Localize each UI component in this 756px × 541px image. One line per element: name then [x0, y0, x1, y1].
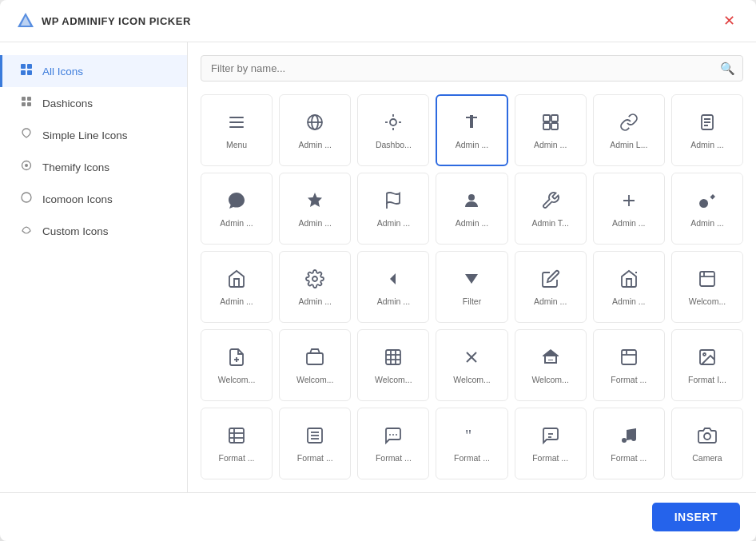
icon-item-4[interactable]: Admin ...	[436, 94, 507, 166]
icon-item-34[interactable]: Format ...	[593, 408, 665, 479]
search-input[interactable]	[201, 55, 743, 82]
icon-label-12: Admin T...	[520, 218, 581, 228]
sidebar-item-label: All Icons	[42, 66, 83, 78]
icon-item-18[interactable]: Filter	[436, 251, 507, 323]
icon-item-3[interactable]: Dashbo...	[357, 94, 429, 166]
icon-item-32[interactable]: "Format ...	[436, 408, 507, 479]
sidebar-item-all-icons[interactable]: All Icons	[0, 55, 187, 87]
svg-rect-45	[307, 353, 323, 364]
modal-header: WP ADMINIFY ICON PICKER ✕	[0, 0, 756, 42]
svg-rect-26	[543, 123, 550, 129]
icon-item-7[interactable]: Admin ...	[671, 94, 743, 166]
sidebar-item-icomoon-icons[interactable]: Icomoon Icons	[0, 183, 187, 215]
svg-rect-15	[229, 126, 244, 128]
svg-rect-46	[386, 350, 400, 364]
icon-item-30[interactable]: Format ...	[279, 408, 351, 479]
svg-rect-27	[551, 123, 558, 129]
svg-rect-8	[22, 102, 26, 106]
icon-item-26[interactable]: Welcom...	[515, 329, 587, 401]
icon-symbol-25	[462, 348, 481, 370]
icon-item-28[interactable]: Format I...	[671, 329, 743, 401]
svg-rect-5	[27, 70, 32, 75]
icon-item-9[interactable]: Admin ...	[279, 173, 351, 245]
icon-symbol-27	[619, 348, 639, 370]
icon-label-30: Format ...	[284, 453, 345, 463]
icon-item-17[interactable]: Admin ...	[357, 251, 429, 323]
icon-symbol-16	[305, 269, 324, 292]
icon-label-22: Welcom...	[206, 375, 267, 384]
icon-symbol-11	[462, 191, 481, 213]
icon-item-35[interactable]: Camera	[671, 408, 743, 479]
svg-rect-41	[700, 272, 714, 286]
sidebar-item-custom-icons[interactable]: Custom Icons	[0, 215, 187, 247]
svg-rect-3	[27, 64, 32, 69]
icon-label-29: Format ...	[206, 453, 267, 463]
sidebar-item-themify-icons[interactable]: Themify Icons	[0, 151, 187, 183]
icon-label-14: Admin ...	[677, 218, 738, 228]
dashicons-icon	[18, 95, 34, 111]
icon-symbol-4	[462, 113, 481, 135]
themify-icons-icon	[18, 159, 34, 175]
sidebar: All IconsDashiconsSimple Line IconsThemi…	[0, 42, 188, 492]
icon-label-9: Admin ...	[284, 218, 345, 228]
close-button[interactable]: ✕	[718, 12, 740, 30]
icon-label-11: Admin ...	[441, 218, 502, 228]
icon-symbol-12	[541, 191, 560, 213]
icon-item-11[interactable]: Admin ...	[436, 173, 507, 245]
icon-item-6[interactable]: Admin L...	[593, 94, 665, 166]
icon-item-27[interactable]: Format ...	[593, 329, 665, 401]
icon-symbol-28	[698, 348, 717, 370]
modal-title-wrap: WP ADMINIFY ICON PICKER	[16, 11, 191, 30]
icon-item-12[interactable]: Admin T...	[515, 173, 587, 245]
icon-label-26: Welcom...	[520, 375, 581, 384]
icon-item-29[interactable]: Format ...	[201, 408, 273, 479]
svg-rect-13	[229, 117, 244, 118]
svg-rect-4	[21, 70, 26, 75]
icon-item-2[interactable]: Admin ...	[279, 94, 351, 166]
icon-symbol-32: "	[462, 426, 481, 448]
icon-item-8[interactable]: Admin ...	[201, 173, 273, 245]
icon-item-13[interactable]: Admin ...	[593, 173, 665, 245]
icon-item-31[interactable]: Format ...	[357, 408, 429, 479]
icon-item-24[interactable]: Welcom...	[357, 329, 429, 401]
icon-item-5[interactable]: Admin ...	[515, 94, 587, 166]
icon-item-10[interactable]: Admin ...	[357, 173, 429, 245]
icon-item-15[interactable]: Admin ...	[201, 251, 273, 323]
sidebar-item-label: Icomoon Icons	[42, 193, 113, 205]
icon-symbol-24	[384, 348, 403, 370]
sidebar-item-dashicons[interactable]: Dashicons	[0, 87, 187, 119]
icon-symbol-23	[305, 348, 324, 370]
icon-symbol-9	[305, 191, 324, 213]
icon-label-5: Admin ...	[520, 140, 581, 149]
svg-point-73	[631, 436, 636, 441]
modal-footer: INSERT	[0, 492, 756, 541]
icon-label-10: Admin ...	[363, 218, 424, 228]
custom-icons-icon	[18, 223, 34, 239]
icon-item-14[interactable]: Admin ...	[671, 173, 743, 245]
icon-symbol-10	[384, 191, 403, 213]
icon-item-33[interactable]: Format ...	[515, 408, 587, 479]
icon-label-33: Format ...	[520, 453, 581, 463]
icon-item-16[interactable]: Admin ...	[279, 251, 351, 323]
icon-label-21: Welcom...	[677, 296, 738, 306]
insert-button[interactable]: INSERT	[652, 503, 740, 531]
icon-label-19: Admin ...	[520, 296, 581, 306]
icon-item-25[interactable]: Welcom...	[436, 329, 507, 401]
icon-symbol-3	[384, 113, 403, 135]
icon-item-21[interactable]: Welcom...	[671, 251, 743, 323]
icon-symbol-15	[227, 269, 246, 292]
icon-item-1[interactable]: Menu	[201, 94, 273, 166]
all-icons-icon	[18, 63, 34, 79]
icon-symbol-14	[698, 191, 717, 213]
sidebar-item-simple-line-icons[interactable]: Simple Line Icons	[0, 119, 187, 151]
svg-point-68	[396, 434, 397, 436]
icon-item-19[interactable]: Admin ...	[515, 251, 587, 323]
icon-item-20[interactable]: Admin ...	[593, 251, 665, 323]
icon-item-23[interactable]: Welcom...	[279, 329, 351, 401]
icon-label-20: Admin ...	[599, 296, 659, 306]
icon-label-31: Format ...	[363, 453, 424, 463]
icon-label-23: Welcom...	[284, 375, 345, 384]
icon-item-22[interactable]: Welcom...	[201, 329, 273, 401]
wp-adminify-logo	[16, 11, 35, 30]
icon-label-2: Admin ...	[284, 140, 345, 149]
